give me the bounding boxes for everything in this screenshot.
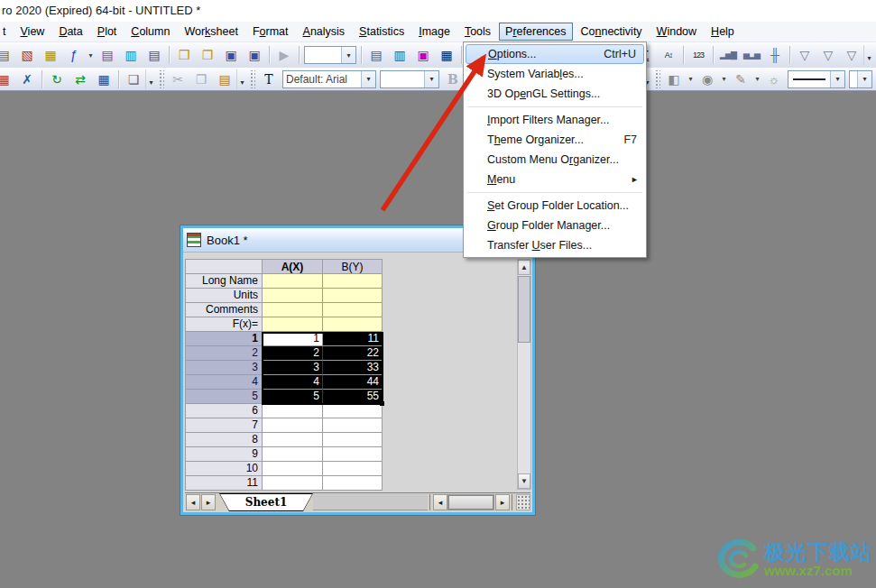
histogram-icon[interactable]: ▅▂▅: [741, 44, 762, 66]
fill-color-dropdown[interactable]: ▾: [686, 69, 696, 89]
vertical-scrollbar[interactable]: ▲ ▼: [517, 259, 531, 490]
row-header-8[interactable]: 8: [185, 433, 263, 447]
menubar-item-column[interactable]: Column: [124, 23, 176, 41]
combo-arrow-icon[interactable]: ▾: [857, 71, 871, 87]
header-cell-a3[interactable]: [263, 317, 323, 332]
menubar-item-image[interactable]: Image: [412, 23, 456, 41]
sort-icon[interactable]: A↕: [658, 44, 679, 66]
menubar-item-statistics[interactable]: Statistics: [353, 23, 410, 41]
menubar-item-plot[interactable]: Plot: [91, 23, 124, 41]
cell-b5[interactable]: 55: [323, 390, 383, 404]
menu-item-opengl-settings[interactable]: 3D OpenGL Settings...: [466, 84, 644, 104]
worksheet-grid[interactable]: A(X)B(Y)Long NameUnitsCommentsF(x)=11112…: [185, 259, 383, 491]
remove-filter-icon[interactable]: ▽: [817, 44, 839, 66]
border-width-combo[interactable]: ▾: [849, 70, 872, 88]
menubar-item-connectivity[interactable]: Connectivity: [575, 23, 649, 41]
header-cell-a2[interactable]: [263, 303, 323, 317]
save-icon[interactable]: ▣: [220, 44, 242, 66]
toolbar-grip[interactable]: [158, 70, 164, 88]
menu-item-set-group-folder-location[interactable]: Set Group Folder Location...: [466, 196, 644, 216]
menubar-item-data[interactable]: Data: [52, 23, 88, 41]
cell-a1[interactable]: 1: [263, 332, 323, 346]
palette-dropdown[interactable]: ▾: [719, 69, 729, 89]
cell-a6[interactable]: [263, 404, 323, 418]
box-chart-icon[interactable]: ╫: [764, 44, 786, 66]
palette-icon[interactable]: ◉: [696, 69, 718, 90]
copy-graph-icon[interactable]: ▣: [412, 44, 434, 66]
open-icon[interactable]: ❒: [173, 44, 195, 66]
row-header-3[interactable]: 3: [185, 361, 263, 375]
vscroll-thumb[interactable]: [518, 276, 530, 343]
paste-icon[interactable]: ▤: [214, 69, 235, 90]
menubar-item-tools[interactable]: Tools: [458, 23, 497, 41]
print-preview-icon[interactable]: ▥: [389, 44, 410, 66]
window-select-combo[interactable]: ▾: [304, 46, 356, 64]
row-header-2[interactable]: 2: [185, 346, 263, 361]
scroll-down-button[interactable]: ▼: [518, 473, 530, 489]
book1-window[interactable]: Book1 * A(X)B(Y)Long NameUnitsCommentsF(…: [180, 225, 535, 515]
font-combo[interactable]: Default: Arial▾: [282, 70, 376, 88]
combo-arrow-icon[interactable]: ▾: [830, 71, 844, 87]
grid-corner-cell[interactable]: [185, 259, 263, 274]
duplicate-options[interactable]: ▾: [145, 69, 156, 89]
new-function-dropdown[interactable]: ▾: [86, 45, 96, 65]
row-label-units[interactable]: Units: [185, 289, 263, 303]
print-icon[interactable]: ▤: [365, 44, 387, 66]
duplicate-batch-icon[interactable]: ❏: [123, 69, 144, 90]
data-filter-icon[interactable]: ▽: [794, 44, 816, 66]
row-header-11[interactable]: 11: [185, 476, 263, 491]
copy-icon[interactable]: ❐: [190, 69, 212, 90]
tab-next-button[interactable]: ▸: [201, 494, 216, 510]
reapply-filter-icon[interactable]: ▽: [841, 44, 862, 66]
extract-data-icon[interactable]: ▦: [93, 69, 115, 90]
row-header-9[interactable]: 9: [185, 447, 263, 462]
sheet-tab[interactable]: Sheet1: [219, 493, 313, 511]
video-capture-icon[interactable]: ▦: [436, 44, 457, 66]
save-template-icon[interactable]: ▣: [244, 44, 265, 66]
cell-a4[interactable]: 4: [263, 375, 323, 390]
menubar-item-format[interactable]: Format: [246, 23, 295, 41]
header-cell-b3[interactable]: [323, 317, 383, 332]
cell-b1[interactable]: 11: [323, 332, 383, 346]
new-project-icon[interactable]: ▤: [0, 44, 14, 66]
cell-a11[interactable]: [263, 476, 323, 491]
menu-item-menu[interactable]: Menu►: [466, 170, 644, 189]
line-color-dropdown[interactable]: ▾: [752, 69, 762, 89]
menubar-item-preferences[interactable]: Preferences: [499, 23, 572, 41]
line-style-combo[interactable]: ▾: [788, 70, 845, 88]
menubar-item-t[interactable]: t: [0, 23, 12, 41]
menu-item-options[interactable]: Options...Ctrl+U: [466, 44, 644, 64]
combo-arrow-icon[interactable]: ▾: [361, 71, 375, 87]
line-color-icon[interactable]: ✎: [730, 69, 752, 90]
run-script-icon[interactable]: ▶: [273, 44, 295, 66]
tab-prev-button[interactable]: ◂: [186, 494, 200, 510]
cell-b6[interactable]: [323, 404, 383, 418]
header-cell-b2[interactable]: [323, 303, 383, 317]
hscroll-right-button[interactable]: ▸: [495, 494, 510, 510]
import-wizard-icon[interactable]: ▤: [143, 44, 165, 66]
cell-b8[interactable]: [323, 433, 383, 447]
menu-item-custom-menu-organizer[interactable]: Custom Menu Organizer...: [466, 150, 644, 170]
cell-a5[interactable]: 5: [263, 390, 323, 404]
row-header-10[interactable]: 10: [185, 462, 263, 476]
row-header-1[interactable]: 1: [185, 332, 263, 346]
new-graph-icon[interactable]: ▧: [16, 44, 38, 66]
new-worksheet-icon[interactable]: ▦: [40, 44, 61, 66]
cell-a9[interactable]: [263, 447, 323, 462]
cell-a10[interactable]: [263, 462, 323, 476]
menu-item-group-folder-manager[interactable]: Group Folder Manager...: [466, 216, 644, 235]
row-label-comments[interactable]: Comments: [185, 303, 263, 317]
menu-item-transfer-user-files[interactable]: Transfer User Files...: [466, 235, 644, 255]
font-size-combo[interactable]: ▾: [380, 70, 439, 88]
combo-arrow-icon[interactable]: ▾: [424, 71, 438, 87]
move-columns-icon[interactable]: ⇄: [69, 69, 91, 90]
column-header-ax[interactable]: A(X): [263, 259, 323, 274]
hscroll-left-button[interactable]: ◂: [433, 494, 447, 510]
new-function-icon[interactable]: ƒ: [63, 44, 85, 66]
toolbar1-overflow[interactable]: ▾: [863, 45, 874, 65]
menubar-item-worksheet[interactable]: Worksheet: [178, 23, 244, 41]
open-template-icon[interactable]: ❐: [197, 44, 218, 66]
cell-b11[interactable]: [323, 476, 383, 491]
cell-b9[interactable]: [323, 447, 383, 462]
highlight-icon[interactable]: ☼: [763, 69, 785, 90]
